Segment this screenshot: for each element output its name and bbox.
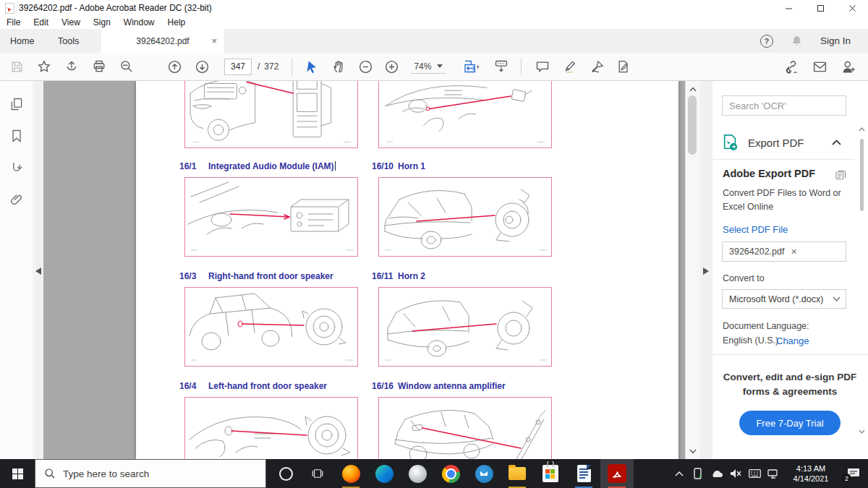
menu-help[interactable]: Help — [161, 17, 192, 27]
adobe-export-pdf-heading: Adobe Export PDF — [723, 168, 815, 179]
tab-home[interactable]: Home — [10, 29, 34, 53]
zoom-level-dropdown[interactable]: 74% — [411, 60, 446, 74]
taskbar-app-sphere[interactable] — [401, 459, 434, 488]
taskbar-app-store[interactable] — [534, 459, 567, 488]
tab-close-icon[interactable]: × — [211, 35, 217, 46]
taskbar-clock[interactable]: 4:13 AM 4/14/2021 — [786, 463, 836, 484]
fill-sign-icon[interactable] — [616, 58, 631, 75]
sign-pen-icon[interactable] — [590, 58, 605, 75]
select-pdf-file-link[interactable]: Select PDF File — [723, 224, 788, 235]
tools-search-input[interactable] — [722, 95, 846, 116]
menu-edit[interactable]: Edit — [27, 17, 55, 27]
format-dropdown[interactable]: Microsoft Word (*.docx) — [722, 289, 846, 309]
collapse-left-icon[interactable] — [35, 267, 41, 275]
clear-file-icon[interactable]: × — [791, 246, 840, 257]
taskbar-search-input[interactable] — [61, 468, 245, 480]
maximize-button[interactable] — [804, 0, 836, 16]
action-center-button[interactable]: 2 — [839, 459, 868, 488]
next-page-icon[interactable] — [194, 58, 210, 75]
minimize-button[interactable] — [773, 0, 804, 16]
taskbar-app-acrobat[interactable] — [600, 459, 634, 488]
collapse-right-icon[interactable] — [703, 267, 709, 275]
tab-tools[interactable]: Tools — [58, 29, 79, 53]
star-icon[interactable] — [36, 58, 52, 75]
volume-muted-icon[interactable] — [726, 459, 745, 488]
previous-page-icon[interactable] — [166, 58, 182, 75]
page-divider: / — [258, 61, 260, 72]
zoom-in-icon[interactable] — [383, 58, 399, 75]
right-panel-collapse-strip[interactable] — [700, 81, 713, 459]
system-tray: 4:13 AM 4/14/2021 2 — [670, 459, 868, 488]
taskbar-app-firefox[interactable] — [334, 459, 367, 488]
copy-pages-icon[interactable] — [834, 168, 847, 181]
left-sidebar — [0, 81, 34, 459]
gray-sphere-icon — [409, 465, 427, 483]
cortana-button[interactable] — [269, 459, 302, 488]
help-icon[interactable]: ? — [760, 35, 773, 48]
menu-file[interactable]: File — [0, 17, 27, 27]
share-link-icon[interactable] — [783, 58, 799, 75]
scroll-up-icon[interactable] — [686, 82, 700, 95]
firefox-icon — [342, 465, 360, 483]
bookmarks-icon[interactable] — [9, 129, 24, 143]
microsoft-store-icon — [542, 465, 558, 482]
email-icon[interactable] — [812, 58, 827, 75]
menu-view[interactable]: View — [55, 17, 87, 27]
document-scrollbar[interactable] — [685, 81, 701, 459]
onedrive-cloud-icon[interactable] — [707, 459, 726, 488]
hidden-icons-chevron[interactable] — [670, 459, 689, 488]
zoom-out-icon[interactable] — [357, 58, 373, 75]
page-thumbnails-icon[interactable] — [9, 97, 24, 111]
search-icon[interactable] — [119, 58, 135, 75]
attachments-paperclip-icon[interactable] — [9, 192, 24, 207]
uturn-arrow-icon[interactable] — [9, 160, 24, 175]
scrolling-mode-icon[interactable] — [493, 58, 509, 75]
bell-icon[interactable] — [791, 35, 803, 47]
collapse-section-icon[interactable] — [832, 140, 841, 145]
menu-bar: File Edit View Sign Window Help — [0, 16, 868, 29]
taskbar-app-file-explorer[interactable] — [501, 459, 534, 488]
export-pdf-section-header[interactable]: Export PDF — [712, 130, 868, 155]
save-icon[interactable] — [9, 58, 25, 75]
taskbar-app-edge[interactable] — [367, 459, 401, 488]
figure-integrated-audio-module — [184, 177, 358, 257]
figure-left-front-door-speaker — [184, 397, 358, 459]
taskbar-app-chrome[interactable] — [434, 459, 467, 488]
your-phone-icon[interactable] — [689, 459, 707, 488]
sign-in-button[interactable]: Sign In — [820, 35, 851, 46]
panel-scrollbar[interactable] — [859, 126, 865, 435]
figure-caption: 16/16Window antenna amplifier — [372, 381, 506, 391]
task-view-button[interactable] — [301, 459, 334, 488]
document-viewer[interactable]: 16/1Integrated Audio Module (IAM) 16/10H… — [43, 81, 685, 459]
network-icon[interactable] — [764, 459, 783, 488]
free-trial-button[interactable]: Free 7-Day Trial — [739, 411, 841, 435]
close-button[interactable] — [836, 0, 868, 16]
tab-document[interactable]: 39264202.pdf × — [101, 29, 224, 53]
taskbar-app-thunderbird[interactable] — [467, 459, 501, 488]
page-number-input[interactable]: 347 — [224, 59, 252, 75]
taskbar-search-box[interactable] — [35, 459, 266, 488]
change-language-link[interactable]: Change — [776, 335, 809, 346]
add-person-icon[interactable] — [841, 58, 856, 75]
caption-number: 16/10 — [372, 161, 398, 171]
select-tool-icon[interactable] — [304, 58, 320, 75]
scrollbar-thumb[interactable] — [688, 95, 697, 155]
selected-file-field[interactable]: 39264202.pdf × — [722, 241, 846, 262]
menu-window[interactable]: Window — [117, 17, 161, 27]
hand-tool-icon[interactable] — [331, 58, 347, 75]
caption-number: 16/16 — [372, 381, 398, 391]
touch-keyboard-icon[interactable] — [745, 459, 764, 488]
panel-scrollbar-thumb[interactable] — [860, 139, 864, 211]
scroll-down-icon[interactable] — [686, 445, 700, 458]
comment-icon[interactable] — [535, 58, 550, 75]
print-icon[interactable] — [91, 58, 107, 75]
panel-scroll-down-icon[interactable] — [859, 429, 865, 434]
fit-width-icon[interactable] — [461, 58, 483, 75]
highlight-icon[interactable] — [562, 58, 578, 75]
pdf-page: 16/1Integrated Audio Module (IAM) 16/10H… — [136, 81, 678, 459]
share-upload-icon[interactable] — [64, 58, 80, 75]
panel-scroll-up-icon[interactable] — [859, 127, 865, 132]
menu-sign[interactable]: Sign — [87, 17, 117, 27]
start-button[interactable] — [0, 459, 35, 488]
taskbar-app-writer[interactable] — [567, 459, 600, 488]
